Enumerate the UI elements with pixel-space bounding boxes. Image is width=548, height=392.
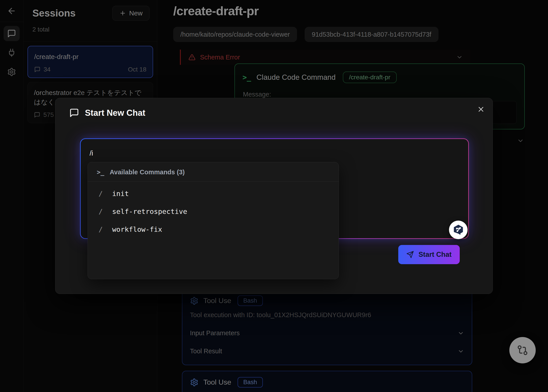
slash-prefix: / xyxy=(98,189,103,197)
modal-title: Start New Chat xyxy=(85,108,145,118)
git-compare-icon xyxy=(517,344,528,356)
command-name: workflow-fix xyxy=(112,225,162,233)
start-chat-button[interactable]: Start Chat xyxy=(398,245,460,264)
start-chat-label: Start Chat xyxy=(418,251,451,259)
commands-header-label: Available Commands (3) xyxy=(110,168,185,176)
chat-bubble-icon xyxy=(69,108,79,118)
slash-prefix: / xyxy=(98,225,103,233)
command-option-self-retrospective[interactable]: / self-retrospective xyxy=(88,203,339,220)
available-commands-popup: >_ Available Commands (3) / init / self-… xyxy=(88,162,339,279)
commands-list: / init / self-retrospective / workflow-f… xyxy=(88,182,339,238)
terminal-icon: >_ xyxy=(97,168,104,176)
command-name: init xyxy=(112,189,129,197)
slash-prefix: / xyxy=(98,207,103,216)
commands-popup-header: >_ Available Commands (3) xyxy=(88,162,339,182)
app-logo-badge xyxy=(449,221,468,239)
hexagon-chat-share-icon xyxy=(452,224,464,236)
send-icon xyxy=(406,251,414,258)
command-option-init[interactable]: / init xyxy=(88,185,339,203)
command-option-workflow-fix[interactable]: / workflow-fix xyxy=(88,220,339,238)
modal-header: Start New Chat xyxy=(69,108,145,118)
close-icon[interactable] xyxy=(477,105,485,113)
git-compare-fab[interactable] xyxy=(509,337,536,363)
command-name: self-retrospective xyxy=(112,207,187,216)
start-new-chat-modal: Start New Chat /i >_ Available Commands … xyxy=(55,98,493,294)
